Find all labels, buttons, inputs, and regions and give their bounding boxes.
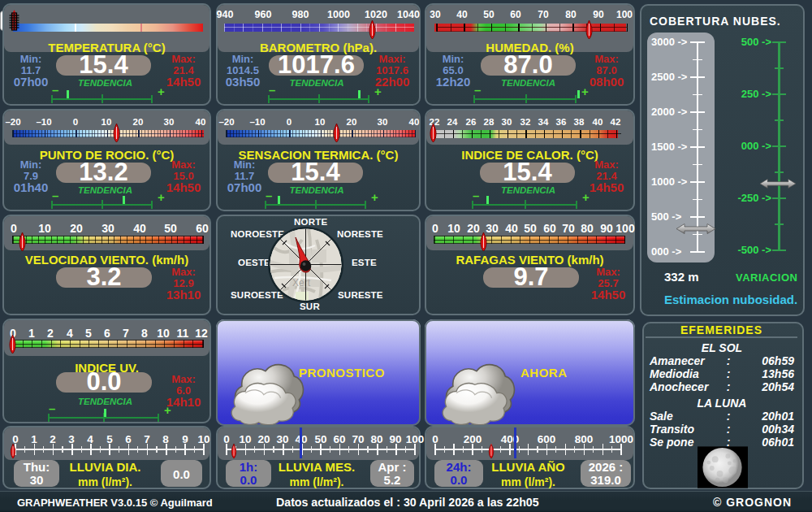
- svg-text:Xert: Xert: [292, 277, 311, 289]
